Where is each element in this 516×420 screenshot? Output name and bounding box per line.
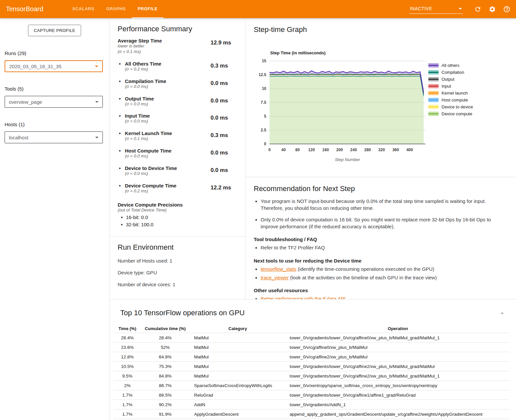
nav-tab[interactable]: SCALARS (66, 0, 100, 18)
legend-swatch (428, 84, 439, 88)
run-environment-card: Run Environment Number of Hosts used: 1D… (109, 237, 245, 299)
stacked-area-chart: 02.557.51012.515040801201602002402803203… (245, 58, 430, 166)
average-step-time-row: Average Step Time lower is better (σ = 0… (118, 38, 237, 55)
tool-link[interactable]: tensorflow_stats (261, 266, 296, 272)
legend-label: Device to device (442, 104, 473, 109)
cumulative-time-cell: 28.4% (141, 335, 189, 340)
metric-value: 12.9 ms (211, 38, 237, 55)
metric-sigma: (σ = 0.0 ms) (118, 171, 211, 177)
environment-line: Device type: GPU (118, 270, 237, 275)
operation-cell: append_apply_gradient_ops/GradientDescen… (286, 412, 509, 417)
precisions-note: (out of Total Device Time) (118, 208, 237, 213)
tools-select-value: overview_page (9, 99, 42, 105)
collapse-section-button[interactable] (500, 311, 506, 317)
nav-tab[interactable]: PROFILE (132, 0, 164, 18)
faq-heading: Tool troubleshooting / FAQ (254, 237, 508, 242)
tool-link[interactable]: trace_viewer (261, 275, 289, 280)
legend-label: All others (442, 63, 459, 68)
cumulative-time-cell: 86.7% (141, 383, 189, 388)
time-cell: 9.5% (113, 374, 141, 378)
refresh-button[interactable] (474, 5, 482, 13)
time-cell: 2% (113, 383, 141, 388)
metric-label: Compilation Time (118, 78, 211, 84)
metric-value: 0.0 ms (211, 148, 237, 159)
legend-item: Input (428, 83, 473, 90)
category-cell: MatMul (189, 364, 286, 369)
metric-sigma: (σ = 0.2 ms) (118, 188, 211, 194)
bullet-icon: • (119, 183, 121, 188)
recommendation-bullet: Only 0.0% of device computation is 16 bi… (261, 216, 508, 230)
svg-text:15: 15 (262, 59, 267, 63)
settings-button[interactable] (488, 5, 496, 13)
metric-label: Host Compute Time (118, 148, 211, 154)
nav-tab[interactable]: GRAPHS (100, 0, 131, 18)
legend-item: Device to device (428, 103, 473, 110)
metric-row: • Compilation Time (σ = 0.0 ms) 0.0 ms (118, 78, 237, 90)
runs-label: Runs (29) (5, 50, 26, 56)
legend-label: Output (442, 77, 454, 82)
metric-label: Output Time (118, 96, 211, 101)
chart-title: Step Time (in milliseconds) (270, 50, 326, 55)
legend-item: Host compute (428, 97, 473, 103)
runs-select[interactable]: 2020_03_05_18_31_35 (5, 60, 103, 72)
cumulative-time-cell: 64.8% (141, 354, 189, 359)
column-header: Cumulative time (%) (141, 326, 189, 331)
hosts-select-value: localhost (9, 135, 28, 140)
performance-summary-title: Performance Summary (118, 25, 237, 33)
legend-label: Compilation (442, 70, 464, 75)
gear-icon (489, 6, 496, 13)
category-cell: SparseSoftmaxCrossEntropyWithLogits (189, 383, 286, 388)
precisions-label: Device Compute Precisions (118, 202, 237, 208)
svg-text:5: 5 (264, 114, 266, 119)
legend-label: Host compute (442, 98, 468, 102)
metric-value: 0.3 ms (211, 61, 237, 72)
next-tools-heading: Next tools to use for reducing the Devic… (254, 258, 508, 264)
step-time-chart[interactable]: 02.557.51012.515040801201602002402803203… (245, 58, 430, 166)
cumulative-time-cell: 75.3% (141, 364, 189, 369)
run-environment-lines: Number of Hosts used: 1Device type: GPUN… (118, 258, 237, 287)
operation-cell: tower_0/v/cg/affine2/xw_plus_b/MatMul (286, 354, 509, 359)
tools-select[interactable]: overview_page (5, 96, 103, 108)
category-cell: MatMul (189, 345, 286, 350)
step-time-graph-card: Step-time Graph Step Time (in millisecon… (245, 18, 516, 177)
time-cell: 23.6% (113, 345, 141, 350)
metric-sigma: (σ = 0.0 ms) (118, 101, 211, 107)
active-runs-select[interactable]: INACTIVE (409, 4, 463, 14)
capture-profile-button[interactable]: CAPTURE PROFILE (28, 25, 81, 36)
svg-text:10: 10 (262, 86, 267, 91)
top-ops-card: Top 10 TensorFlow operations on GPU Time… (109, 299, 516, 420)
tensorboard-profile-page: TensorBoard SCALARSGRAPHSPROFILE INACTIV… (0, 0, 516, 420)
metric-list: • All Others Time (σ = 0.2 ms) 0.3 ms • … (118, 61, 237, 194)
table-header-row: Time (%) Cumulative time (%) Category Op… (113, 324, 509, 333)
svg-text:12.5: 12.5 (259, 72, 267, 77)
legend-swatch (428, 70, 439, 74)
metric-label: Device to Device Time (118, 165, 211, 171)
tool-link-item: trace_viewer (look at the activities on … (261, 274, 508, 281)
metric-value: 0.0 ms (211, 165, 237, 177)
toolbar-right: INACTIVE (409, 4, 511, 14)
help-button[interactable] (503, 5, 511, 13)
metric-row: • Device to Device Time (σ = 0.0 ms) 0.0… (118, 165, 237, 177)
environment-line: Number of device cores: 1 (118, 282, 237, 287)
legend-swatch (428, 112, 439, 116)
chevron-down-icon (95, 137, 99, 138)
performance-summary-card: Performance Summary Average Step Time lo… (109, 18, 245, 237)
operation-cell: tower_0/v/cg/affine0/xw_plus_b/MatMul (286, 345, 509, 350)
svg-text:80: 80 (295, 148, 300, 152)
legend-item: Output (428, 76, 473, 83)
svg-text:120: 120 (308, 148, 315, 152)
bullet-icon: • (119, 113, 121, 119)
table-row: 1.7% 88.5% ReluGrad tower_0/v/gradients/… (113, 390, 509, 400)
step-time-graph-title: Step-time Graph (254, 25, 307, 34)
svg-text:400: 400 (406, 148, 413, 152)
app-toolbar: TensorBoard SCALARSGRAPHSPROFILE INACTIV… (0, 0, 516, 18)
legend-swatch (428, 105, 439, 109)
hosts-select[interactable]: localhost (5, 131, 103, 143)
metric-value: 12.2 ms (211, 183, 237, 194)
metric-sigma: (σ = 0.0 ms) (118, 154, 211, 159)
tool-link-item: tensorflow_stats (identify the time-cons… (261, 266, 508, 273)
table-row: 10.5% 75.3% MatMul tower_0/v/gradients/t… (113, 362, 509, 371)
metric-label: Input Time (118, 113, 211, 119)
time-cell: 10.5% (113, 364, 141, 369)
legend-swatch (428, 91, 439, 95)
